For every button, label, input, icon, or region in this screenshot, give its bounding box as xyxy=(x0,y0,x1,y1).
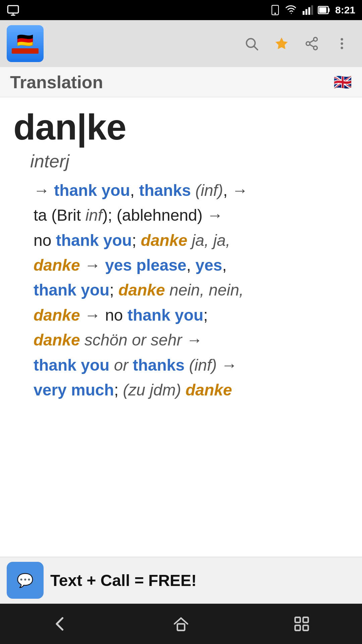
screen-icon xyxy=(7,4,19,18)
word-title: dan|ke xyxy=(13,107,349,147)
ad-text: Text + Call = FREE! xyxy=(50,571,197,590)
home-icon xyxy=(172,615,190,633)
svg-rect-22 xyxy=(295,618,300,623)
status-time: 8:21 xyxy=(335,4,355,16)
app-bar: 🇩🇪 xyxy=(0,20,362,67)
svg-point-13 xyxy=(314,38,317,41)
phone-icon xyxy=(269,4,281,16)
svg-rect-9 xyxy=(319,7,326,13)
ad-banner[interactable]: 💬 Text + Call = FREE! xyxy=(0,557,362,604)
svg-rect-3 xyxy=(303,11,305,15)
favorite-button[interactable] xyxy=(272,34,292,54)
toolbar-actions xyxy=(241,34,352,54)
svg-rect-0 xyxy=(8,6,18,13)
status-bar: 8:21 xyxy=(0,0,362,20)
logo-flag: 🇩🇪 xyxy=(17,34,34,47)
more-icon xyxy=(335,36,349,51)
share-button[interactable] xyxy=(302,34,322,54)
logo-book xyxy=(12,48,39,54)
section-header: Translation 🇬🇧 xyxy=(0,67,362,97)
svg-line-11 xyxy=(254,46,257,50)
battery-icon xyxy=(318,4,330,16)
back-button[interactable] xyxy=(40,610,80,637)
section-title: Translation xyxy=(10,72,103,92)
svg-rect-4 xyxy=(305,9,307,15)
svg-point-15 xyxy=(314,46,317,50)
wifi-icon xyxy=(286,4,297,16)
ad-logo-icon: 💬 xyxy=(17,573,34,588)
app-logo: 🇩🇪 xyxy=(7,25,44,62)
svg-rect-25 xyxy=(303,625,308,630)
svg-point-20 xyxy=(341,47,343,49)
ad-logo: 💬 xyxy=(7,562,44,599)
recents-button[interactable] xyxy=(282,610,322,637)
svg-rect-5 xyxy=(308,7,310,15)
svg-rect-23 xyxy=(303,618,308,623)
nav-bar xyxy=(0,604,362,644)
svg-rect-6 xyxy=(311,5,313,15)
svg-rect-8 xyxy=(328,8,329,12)
svg-point-19 xyxy=(341,42,343,45)
svg-line-17 xyxy=(310,40,314,43)
word-text: dan|ke xyxy=(13,107,126,147)
search-icon xyxy=(244,36,259,51)
signal-icon xyxy=(302,4,313,16)
star-icon xyxy=(274,36,289,51)
svg-marker-12 xyxy=(276,38,288,49)
more-button[interactable] xyxy=(332,34,352,54)
share-icon xyxy=(304,36,319,51)
svg-point-14 xyxy=(306,42,310,46)
main-content: dan|ke interj → thank you, thanks (inf),… xyxy=(0,97,362,409)
recents-icon xyxy=(293,615,310,633)
svg-rect-21 xyxy=(177,624,185,631)
home-button[interactable] xyxy=(161,610,201,637)
svg-line-16 xyxy=(310,45,314,47)
part-of-speech: interj xyxy=(30,151,349,171)
search-button[interactable] xyxy=(241,34,261,54)
language-flag: 🇬🇧 xyxy=(334,73,352,91)
svg-point-18 xyxy=(341,38,343,41)
svg-rect-24 xyxy=(295,625,300,630)
translation-content: → thank you, thanks (inf), → ta (Brit in… xyxy=(34,178,349,403)
back-icon xyxy=(52,615,69,633)
